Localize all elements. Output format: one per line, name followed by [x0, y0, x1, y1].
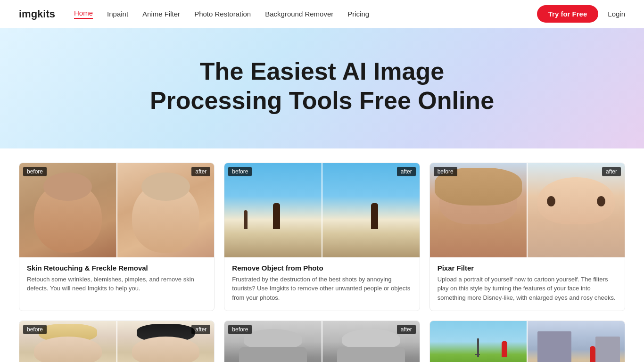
card-restoration[interactable]: before after [224, 321, 420, 362]
card-pixar[interactable]: before after Pixar Filter Uplo [429, 163, 625, 312]
card-beach-before: before [224, 163, 322, 257]
card-hair-image: before after [19, 321, 214, 362]
nav-links: Home Inpaint Anime Filter Photo Restorat… [74, 9, 537, 19]
card-hair[interactable]: before after [19, 321, 215, 362]
card-pixar-after: after [528, 163, 625, 257]
skin-before-badge: before [23, 167, 47, 176]
card-skin[interactable]: before after Skin Retouching & Freckle R… [19, 163, 215, 312]
cards-row-2: before after [19, 321, 625, 362]
navbar: imgkits Home Inpaint Anime Filter Photo … [0, 0, 644, 28]
card-eiffel-image [430, 321, 625, 362]
card-eiffel-after [528, 321, 625, 362]
beach-before-badge: before [228, 167, 252, 176]
card-restoration-image: before after [224, 321, 419, 362]
card-skin-desc: Retouch some wrinkles, blemishes, pimple… [27, 275, 206, 293]
card-beach[interactable]: before after Remove Object from Photo Fr… [224, 163, 420, 312]
card-pixar-body: Pixar Filter Upload a portrait of yourse… [430, 257, 625, 311]
logo[interactable]: imgkits [19, 8, 55, 20]
card-beach-title: Remove Object from Photo [232, 264, 412, 272]
nav-background-remover[interactable]: Background Remover [265, 10, 333, 18]
cards-row-1: before after Skin Retouching & Freckle R… [19, 163, 625, 312]
skin-after-badge: after [191, 167, 210, 176]
card-restoration-before: before [224, 321, 322, 362]
card-eiffel[interactable] [429, 321, 625, 362]
card-skin-image: before after [19, 163, 214, 257]
nav-home[interactable]: Home [74, 9, 93, 19]
pixar-before-badge: before [434, 167, 457, 176]
hero-title: The Easiest AI Image Processing Tools Fr… [133, 57, 511, 115]
card-beach-body: Remove Object from Photo Frustrated by t… [224, 257, 419, 311]
nav-right: Try for Free Login [537, 5, 625, 23]
nav-anime-filter[interactable]: Anime Filter [142, 10, 180, 18]
hair-after-badge: after [191, 325, 210, 334]
card-eiffel-before [430, 321, 528, 362]
card-skin-body: Skin Retouching & Freckle Removal Retouc… [19, 257, 214, 302]
nav-photo-restoration[interactable]: Photo Restoration [194, 10, 251, 18]
card-pixar-before: before [430, 163, 528, 257]
pixar-after-badge: after [602, 167, 621, 176]
card-hair-after: after [117, 321, 215, 362]
hair-before-badge: before [23, 325, 47, 334]
nav-pricing[interactable]: Pricing [347, 10, 369, 18]
cards-section: before after Skin Retouching & Freckle R… [0, 148, 644, 362]
card-hair-before: before [19, 321, 117, 362]
card-skin-before: before [19, 163, 117, 257]
nav-inpaint[interactable]: Inpaint [107, 10, 128, 18]
login-link[interactable]: Login [608, 10, 625, 18]
restoration-after-badge: after [397, 325, 416, 334]
hero-section: The Easiest AI Image Processing Tools Fr… [0, 28, 644, 148]
card-skin-title: Skin Retouching & Freckle Removal [27, 264, 206, 272]
card-beach-after: after [322, 163, 420, 257]
restoration-before-badge: before [228, 325, 252, 334]
card-pixar-desc: Upload a portrait of yourself now to car… [438, 275, 617, 303]
card-beach-image: before after [224, 163, 419, 257]
card-pixar-image: before after [430, 163, 625, 257]
card-skin-after: after [117, 163, 215, 257]
card-restoration-after: after [322, 321, 420, 362]
try-free-button[interactable]: Try for Free [537, 5, 599, 23]
card-beach-desc: Frustrated by the destruction of the bes… [232, 275, 412, 303]
card-pixar-title: Pixar Filter [438, 264, 617, 272]
beach-after-badge: after [397, 167, 416, 176]
